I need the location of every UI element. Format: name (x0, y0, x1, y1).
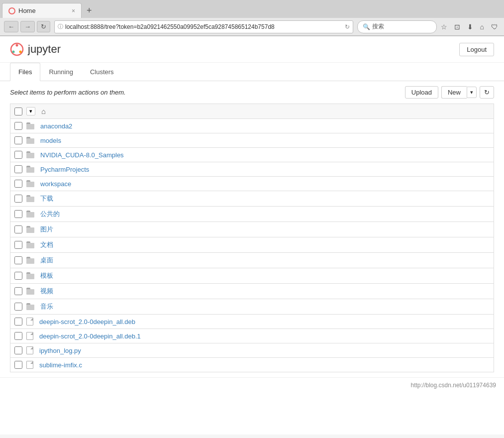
folder-icon (26, 137, 34, 144)
file-row: 文档 (10, 237, 494, 253)
file-checkbox[interactable] (14, 256, 22, 264)
file-name-link[interactable]: 音乐 (40, 302, 53, 311)
file-checkbox[interactable] (14, 287, 22, 295)
bookmark-icon[interactable]: ☆ (439, 22, 449, 32)
search-bar[interactable]: 🔍 搜索 (357, 20, 437, 33)
file-checkbox[interactable] (14, 361, 22, 369)
folder-icon (26, 241, 34, 248)
jupyter-logo-icon (10, 42, 24, 56)
file-icon (26, 332, 33, 340)
tab-clusters[interactable]: Clusters (82, 63, 122, 81)
svg-point-2 (19, 51, 22, 53)
svg-point-3 (12, 51, 15, 53)
url-reload-icon[interactable]: ↻ (345, 23, 350, 30)
file-name-link[interactable]: PycharmProjects (40, 166, 89, 173)
url-text: localhost:8888/tree?token=b2a0921462550a… (65, 23, 345, 30)
file-name-link[interactable]: 视频 (40, 287, 53, 296)
file-name-link[interactable]: NVIDIA_CUDA-8.0_Samples (40, 151, 124, 159)
browser-nav-icons: ☆ ⊡ ⬇ ⌂ 🛡 (439, 22, 500, 32)
file-checkbox[interactable] (14, 241, 22, 249)
upload-button[interactable]: Upload (405, 86, 438, 99)
reload-button[interactable]: ↻ (37, 21, 50, 32)
jupyter-logo: jupyter (10, 42, 61, 56)
file-row: deepin-scrot_2.0-0deepin_all.deb (10, 315, 494, 329)
search-icon: 🔍 (363, 23, 370, 30)
file-name-link[interactable]: 文档 (40, 240, 53, 249)
file-checkbox[interactable] (14, 332, 22, 340)
browser-tab-home[interactable]: Home × (2, 3, 82, 18)
tab-files[interactable]: Files (10, 63, 40, 81)
reader-icon[interactable]: ⊡ (452, 22, 462, 32)
tab-files-link[interactable]: Files (10, 63, 40, 81)
file-row: 桌面 (10, 253, 494, 268)
refresh-button[interactable]: ↻ (480, 86, 494, 99)
file-name-link[interactable]: 桌面 (40, 256, 53, 265)
tab-close-button[interactable]: × (72, 7, 75, 14)
file-name-link[interactable]: sublime-imfix.c (39, 361, 82, 369)
file-name-link[interactable]: anaconda2 (40, 122, 72, 130)
file-browser-tabs: Files Running Clusters (0, 63, 504, 81)
file-checkbox[interactable] (14, 272, 22, 280)
file-checkbox[interactable] (14, 225, 22, 233)
file-checkbox[interactable] (14, 303, 22, 311)
file-rows-container: anaconda2modelsNVIDIA_CUDA-8.0_SamplesPy… (10, 119, 494, 372)
file-checkbox[interactable] (14, 136, 22, 144)
home-nav-icon[interactable]: ⌂ (478, 22, 486, 32)
file-name-link[interactable]: deepin-scrot_2.0-0deepin_all.deb (39, 318, 135, 326)
file-checkbox[interactable] (14, 318, 22, 326)
file-name-link[interactable]: ipython_log.py (39, 347, 81, 354)
file-row: 视频 (10, 284, 494, 299)
file-checkbox[interactable] (14, 151, 22, 159)
file-name-link[interactable]: 下载 (40, 194, 53, 203)
file-row: 公共的 (10, 207, 494, 222)
jupyter-logo-text: jupyter (28, 43, 61, 56)
file-checkbox[interactable] (14, 346, 22, 354)
file-row: 音乐 (10, 299, 494, 315)
folder-icon (26, 288, 34, 295)
file-name-link[interactable]: deepin-scrot_2.0-0deepin_all.deb.1 (39, 332, 141, 340)
select-all-checkbox[interactable] (14, 108, 22, 115)
file-name-link[interactable]: workspace (40, 180, 71, 188)
svg-point-1 (16, 44, 18, 47)
folder-icon (26, 180, 34, 187)
tab-clusters-link[interactable]: Clusters (82, 63, 122, 81)
file-row: NVIDIA_CUDA-8.0_Samples (10, 148, 494, 162)
file-row: models (10, 133, 494, 148)
shield-icon[interactable]: 🛡 (489, 22, 500, 32)
logout-button[interactable]: Logout (459, 43, 494, 56)
new-dropdown-button[interactable]: ▾ (467, 87, 477, 98)
navigation-bar: ← → ↻ ⓘ localhost:8888/tree?token=b2a092… (0, 18, 504, 36)
file-checkbox[interactable] (14, 195, 22, 203)
folder-icon (26, 226, 34, 233)
file-checkbox[interactable] (14, 165, 22, 173)
file-row: 模板 (10, 268, 494, 284)
file-name-link[interactable]: 模板 (40, 271, 53, 280)
jupyter-header: jupyter Logout (0, 36, 504, 63)
file-row: ipython_log.py (10, 343, 494, 358)
file-name-link[interactable]: models (40, 137, 61, 144)
file-row: deepin-scrot_2.0-0deepin_all.deb.1 (10, 329, 494, 343)
file-row: 下载 (10, 191, 494, 207)
download-icon[interactable]: ⬇ (465, 22, 475, 32)
file-list: ▾ ⌂ anaconda2modelsNVIDIA_CUDA-8.0_Sampl… (0, 104, 504, 372)
new-button-group: New ▾ (441, 86, 477, 99)
select-dropdown-button[interactable]: ▾ (26, 107, 35, 115)
tab-running-link[interactable]: Running (40, 63, 81, 81)
file-checkbox[interactable] (14, 122, 22, 130)
tab-running[interactable]: Running (40, 63, 81, 81)
home-directory-icon[interactable]: ⌂ (41, 107, 46, 115)
file-name-link[interactable]: 公共的 (40, 210, 60, 219)
back-button[interactable]: ← (4, 21, 18, 32)
tab-title: Home (18, 7, 68, 14)
url-bar[interactable]: ⓘ localhost:8888/tree?token=b2a092146255… (54, 20, 353, 33)
new-button[interactable]: New (441, 86, 467, 99)
file-name-link[interactable]: 图片 (40, 225, 53, 234)
forward-button[interactable]: → (20, 21, 35, 32)
folder-icon (26, 166, 34, 173)
file-checkbox[interactable] (14, 180, 22, 188)
folder-icon (26, 211, 34, 218)
toolbar-actions: Upload New ▾ ↻ (405, 86, 494, 99)
file-checkbox[interactable] (14, 210, 22, 218)
new-tab-button[interactable]: + (82, 3, 97, 18)
folder-icon (26, 303, 34, 310)
